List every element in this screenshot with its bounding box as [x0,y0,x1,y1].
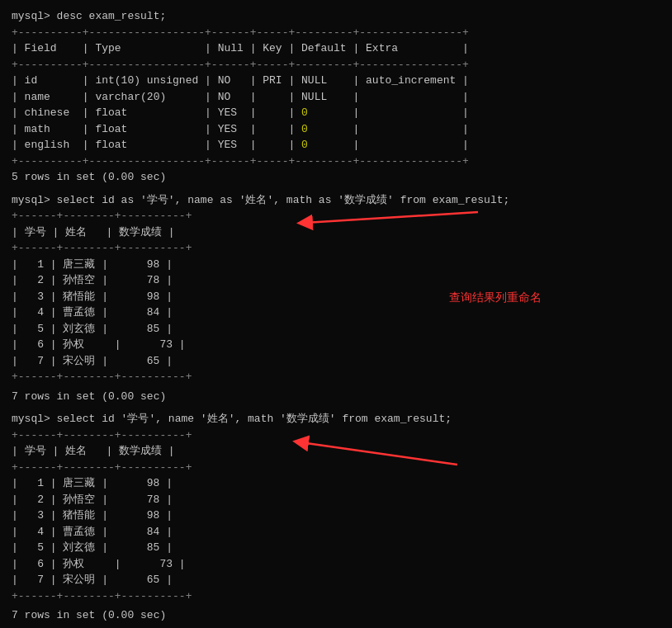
select1-table-row: | 2 | 孙悟空 | 78 | [12,272,192,289]
select2-table-output: +------+--------+----------+ | 学号 | 姓名 |… [12,427,192,605]
svg-line-3 [301,442,457,465]
select1-table-row: | 3 | 猪悟能 | 98 | [12,289,192,305]
select2-rows: | 1 | 唐三藏 | 98 || 2 | 孙悟空 | 78 || 3 | 猪悟… [12,475,192,588]
select2-table-row: | 1 | 唐三藏 | 98 | [12,475,192,492]
select1-table-row: | 6 | 孙权 | 73 | [12,337,192,353]
select1-table-output: +------+--------+----------+ | 学号 | 姓名 |… [12,208,192,385]
select2-table-row: | 6 | 孙权 | 73 | [12,556,192,573]
select1-command-line: mysql> select id as '学号', name as '姓名', … [12,192,660,209]
select2-table-row: | 4 | 曹孟德 | 84 | [12,524,192,541]
desc-table-row: | name | varchar(20) | NO | | NULL | | [12,89,660,106]
select2-table-row: | 7 | 宋公明 | 65 | [12,572,192,588]
desc-table-row: | chinese | float | YES | | 0 | | [12,105,660,121]
select1-result-section: +------+--------+----------+ | 学号 | 姓名 |… [12,208,660,385]
desc-command-line: mysql> desc exam_result; [12,8,660,25]
desc-table-rows: | id | int(10) unsigned | NO | PRI | NUL… [12,73,660,153]
select1-table-row: | 1 | 唐三藏 | 98 | [12,257,192,273]
desc-table-row: | math | float | YES | | 0 | | [12,121,660,138]
select1-table-row: | 7 | 宋公明 | 65 | [12,353,192,370]
annotation-arrow2 [292,427,457,469]
annotation-arrow1 [296,208,478,249]
select2-command-line: mysql> select id '学号', name '姓名', math '… [12,411,660,427]
terminal-window: mysql> desc exam_result; +----------+---… [12,8,660,624]
select2-result-section: +------+--------+----------+ | 学号 | 姓名 |… [12,427,660,605]
select2-table-row: | 5 | 刘玄德 | 85 | [12,540,192,556]
select2-table-row: | 2 | 孙悟空 | 78 | [12,492,192,508]
select1-table-row: | 4 | 曹孟德 | 84 | [12,305,192,321]
desc-table-row: | english | float | YES | | 0 | | [12,137,660,153]
desc-table-output: +----------+------------------+------+--… [12,25,660,186]
annotation-label: 查询结果列重命名 [449,290,542,305]
select1-table-row: | 5 | 刘玄德 | 85 | [12,321,192,338]
select2-table-row: | 3 | 猪悟能 | 98 | [12,508,192,524]
select1-rows: | 1 | 唐三藏 | 98 || 2 | 孙悟空 | 78 || 3 | 猪悟… [12,257,192,370]
desc-table-row: | id | int(10) unsigned | NO | PRI | NUL… [12,73,660,89]
svg-line-1 [305,212,478,223]
